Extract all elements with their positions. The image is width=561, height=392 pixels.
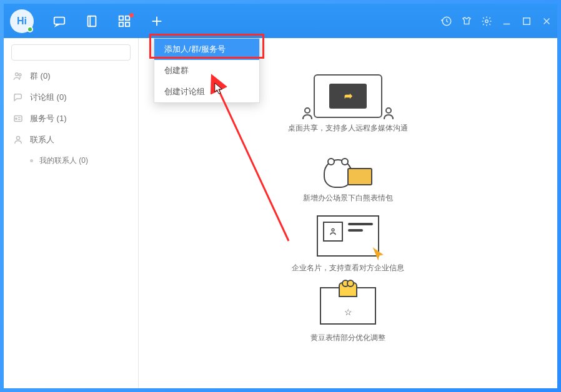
search-input[interactable] (11, 44, 131, 61)
feature-image (310, 212, 385, 259)
svg-point-20 (16, 118, 17, 119)
sidebar-item-service[interactable]: 服务号 (1) (4, 108, 138, 129)
group-icon (12, 71, 24, 82)
close-icon[interactable] (541, 16, 552, 27)
sidebar-item-label: 讨论组 (0) (30, 92, 67, 103)
service-icon (12, 113, 24, 124)
dropdown-item-add[interactable]: 添加人/群/服务号 (154, 39, 259, 60)
dropdown-item-create-group[interactable]: 创建群 (154, 60, 259, 81)
titlebar-right-icons (441, 16, 552, 27)
sidebar-item-label: 服务号 (1) (30, 113, 67, 124)
window-body: 群 (0) 讨论组 (0) 服务号 (1) (4, 38, 557, 388)
svg-point-10 (485, 19, 489, 22)
settings-icon[interactable] (481, 16, 492, 27)
feature-label: 新增办公场景下白熊表情包 (303, 193, 393, 203)
svg-point-23 (16, 136, 19, 139)
sidebar-item-label: 联系人 (30, 134, 54, 145)
svg-rect-5 (119, 22, 123, 26)
app-logo-text: Hi (17, 16, 27, 27)
svg-rect-3 (119, 16, 123, 19)
sidebar-item-contacts[interactable]: 联系人 (4, 129, 138, 150)
search-wrap (4, 38, 138, 66)
feature-label: 企业名片，支持查看对方企业信息 (292, 263, 404, 273)
minimize-icon[interactable] (501, 16, 512, 27)
svg-point-18 (19, 74, 21, 76)
book-icon[interactable] (85, 14, 99, 28)
maximize-icon[interactable] (521, 16, 532, 27)
sidebar-item-groups[interactable]: 群 (0) (4, 66, 138, 87)
app-logo[interactable]: Hi (10, 9, 34, 33)
sidebar-subitem-label: 我的联系人 (0) (39, 155, 88, 166)
titlebar: Hi (4, 4, 557, 38)
sidebar-nav: 群 (0) 讨论组 (0) 服务号 (1) (4, 66, 138, 171)
plus-dropdown: 添加人/群/服务号 创建群 创建讨论组 (154, 38, 260, 103)
dropdown-item-create-discuss[interactable]: 创建讨论组 (154, 81, 259, 102)
feature-biz-card: 企业名片，支持查看对方企业信息 (292, 212, 404, 273)
online-status-dot (27, 26, 33, 32)
feature-image: ☆ (310, 282, 385, 329)
message-icon[interactable] (52, 14, 66, 28)
apps-icon[interactable] (117, 14, 131, 28)
svg-point-24 (305, 108, 310, 113)
bullet-icon (30, 159, 33, 162)
contacts-icon (12, 134, 24, 145)
svg-point-26 (332, 228, 334, 231)
plus-icon[interactable] (150, 14, 164, 28)
feature-image (310, 142, 385, 189)
apps-badge (129, 13, 134, 17)
titlebar-left-icons (52, 14, 164, 28)
svg-rect-0 (54, 17, 65, 24)
app-window: Hi (4, 4, 557, 388)
svg-point-25 (386, 108, 391, 113)
sidebar: 群 (0) 讨论组 (0) 服务号 (1) (4, 38, 139, 388)
sidebar-subitem-mycontacts[interactable]: 我的联系人 (0) (4, 150, 138, 171)
feature-label: 黄豆表情部分优化调整 (310, 333, 385, 343)
shirt-icon[interactable] (461, 16, 472, 27)
feature-image: ➦ (310, 72, 385, 119)
feature-label: 桌面共享，支持多人远程多媒体沟通 (288, 123, 408, 134)
feature-screen-share: ➦ 桌面共享，支持多人远程多媒体沟通 (288, 72, 408, 134)
discuss-icon (12, 92, 24, 103)
svg-rect-6 (126, 22, 129, 26)
feature-bear-stickers: 新增办公场景下白熊表情包 (303, 142, 393, 203)
svg-rect-1 (88, 16, 96, 26)
sidebar-item-discuss[interactable]: 讨论组 (0) (4, 87, 138, 108)
svg-point-17 (16, 73, 19, 76)
sidebar-item-label: 群 (0) (30, 71, 51, 82)
svg-rect-12 (524, 17, 530, 24)
history-icon[interactable] (441, 16, 452, 27)
svg-rect-4 (126, 16, 129, 19)
feature-emoji-update: ☆ 黄豆表情部分优化调整 (310, 282, 385, 343)
